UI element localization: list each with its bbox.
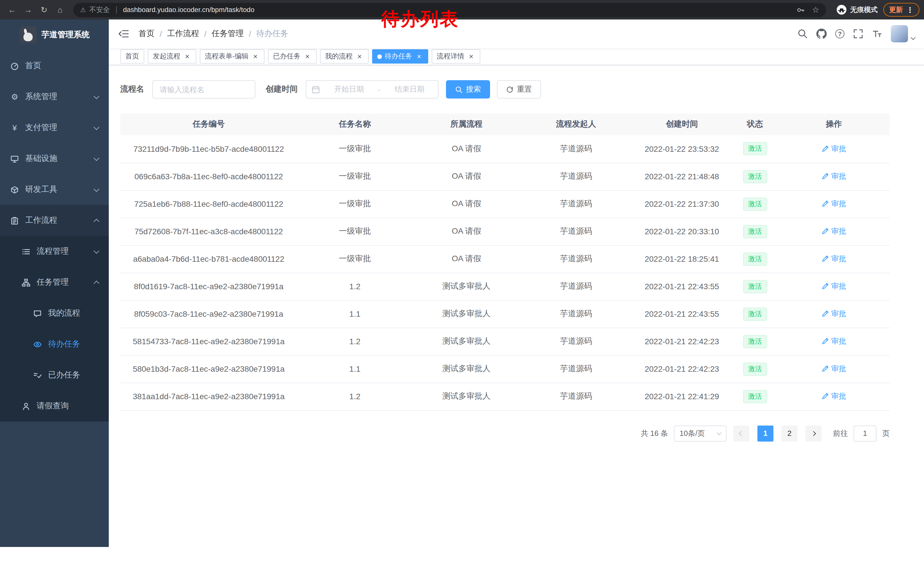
table-row: 73211d9d-7b9b-11ec-b5b7-acde48001122 一级审… xyxy=(120,135,890,163)
table-row: 069c6a63-7b8a-11ec-8ef0-acde48001122 一级审… xyxy=(120,163,890,190)
next-page-button[interactable] xyxy=(806,425,822,441)
browser-menu-icon[interactable]: ⋮ xyxy=(906,6,914,14)
prev-page-button[interactable] xyxy=(734,425,749,441)
approve-label: 审批 xyxy=(831,391,846,401)
edit-icon xyxy=(822,393,829,400)
approve-link[interactable]: 审批 xyxy=(822,309,846,319)
task-name: 1.1 xyxy=(349,364,360,374)
sidebar-item-label: 任务管理 xyxy=(37,277,69,288)
sidebar-item-process-mgmt[interactable]: 流程管理 xyxy=(0,236,109,267)
table-row: 58154733-7ac8-11ec-a9e2-a2380e71991a 1.2… xyxy=(120,327,890,355)
app-title: 芋道管理系统 xyxy=(42,30,90,40)
bookmark-star-icon[interactable]: ☆ xyxy=(812,5,819,14)
column-header-process: 所属流程 xyxy=(412,113,520,135)
sidebar-collapse-icon[interactable] xyxy=(118,28,129,39)
process-initiator: 芋道源码 xyxy=(560,226,592,236)
task-id: 8f059c03-7ac8-11ec-a9e2-a2380e71991a xyxy=(134,309,284,318)
approve-link[interactable]: 审批 xyxy=(822,281,846,291)
sidebar-item-task-mgmt[interactable]: 任务管理 xyxy=(0,267,109,298)
approve-link[interactable]: 审批 xyxy=(822,391,846,401)
sidebar-item-done-tasks[interactable]: 已办任务 xyxy=(0,360,109,390)
approve-label: 审批 xyxy=(831,309,846,319)
created-time: 2022-01-22 21:37:30 xyxy=(645,199,719,209)
sidebar-item-label: 待办任务 xyxy=(48,339,80,349)
process-name: OA 请假 xyxy=(452,199,481,208)
close-icon[interactable]: × xyxy=(251,53,260,60)
approve-label: 审批 xyxy=(831,281,846,291)
help-icon[interactable]: ? xyxy=(835,29,844,38)
approve-link[interactable]: 审批 xyxy=(822,254,846,264)
approve-link[interactable]: 审批 xyxy=(822,226,846,237)
fullscreen-icon[interactable] xyxy=(853,29,863,39)
search-icon[interactable] xyxy=(798,29,808,39)
task-name: 1.1 xyxy=(349,309,360,318)
close-icon[interactable]: × xyxy=(467,53,475,60)
reset-button[interactable]: 重置 xyxy=(497,80,541,99)
tab-process-detail[interactable]: 流程详情 × xyxy=(432,49,480,63)
goto-page-input[interactable] xyxy=(854,425,876,441)
sidebar-item-label: 请假查询 xyxy=(37,401,69,411)
browser-back-button[interactable]: ← xyxy=(4,2,20,17)
approve-link[interactable]: 审批 xyxy=(822,144,846,154)
avatar xyxy=(891,25,908,42)
breadcrumb-separator: / xyxy=(249,29,251,38)
process-name-input[interactable] xyxy=(152,80,255,99)
chevron-down-icon xyxy=(94,186,99,192)
close-icon[interactable]: × xyxy=(356,53,363,60)
tab-my-process[interactable]: 我的流程 × xyxy=(320,49,369,63)
close-icon[interactable]: × xyxy=(415,53,423,60)
active-dot xyxy=(377,54,382,59)
sidebar-item-home[interactable]: 首页 xyxy=(0,50,109,81)
sidebar-item-infra[interactable]: 基础设施 xyxy=(0,143,109,174)
tab-start-process[interactable]: 发起流程 × xyxy=(148,49,196,63)
user-avatar[interactable] xyxy=(891,25,915,42)
table-row: a6aba0a4-7b6d-11ec-b781-acde48001122 一级审… xyxy=(120,245,890,273)
update-button[interactable]: 更新 ⋮ xyxy=(884,3,920,17)
browser-forward-button[interactable]: → xyxy=(21,2,36,17)
github-icon[interactable] xyxy=(816,29,826,39)
logo-image xyxy=(19,26,36,44)
browser-home-button[interactable]: ⌂ xyxy=(52,2,68,17)
approve-link[interactable]: 审批 xyxy=(822,364,846,374)
font-size-icon[interactable] xyxy=(872,29,882,39)
date-range-picker[interactable]: 开始日期 - 结束日期 xyxy=(306,80,438,99)
close-icon[interactable]: × xyxy=(183,53,191,60)
sidebar-item-leave-query[interactable]: 请假查询 xyxy=(0,390,109,422)
browser-reload-button[interactable]: ↻ xyxy=(37,2,51,17)
tab-done-tasks[interactable]: 已办任务 × xyxy=(268,49,316,63)
search-button[interactable]: 搜索 xyxy=(446,80,490,99)
chevron-up-icon xyxy=(94,280,99,286)
approve-link[interactable]: 审批 xyxy=(822,171,846,182)
app-logo[interactable]: 芋道管理系统 xyxy=(0,20,109,50)
page-size-select[interactable]: 10条/页 xyxy=(674,425,726,441)
task-id: 58154733-7ac8-11ec-a9e2-a2380e71991a xyxy=(133,337,285,346)
page-button-1[interactable]: 1 xyxy=(758,425,773,441)
sidebar-item-todo-tasks[interactable]: 待办任务 xyxy=(0,329,109,360)
breadcrumb-workflow[interactable]: 工作流程 xyxy=(167,29,199,39)
search-button-label: 搜索 xyxy=(466,84,481,95)
tab-todo-tasks[interactable]: 待办任务 × xyxy=(372,49,428,63)
column-header-status: 状态 xyxy=(732,113,778,135)
sidebar-item-devtools[interactable]: 研发工具 xyxy=(0,174,109,205)
approve-link[interactable]: 审批 xyxy=(822,199,846,209)
workflow-submenu: 流程管理 任务管理 我的流程 待办任务 xyxy=(0,236,109,422)
approve-link[interactable]: 审批 xyxy=(822,336,846,347)
key-icon[interactable] xyxy=(796,6,805,14)
chevron-down-icon xyxy=(94,93,99,99)
edit-icon xyxy=(822,228,829,235)
page-content: 流程名 创建时间 开始日期 - 结束日期 搜索 重 xyxy=(109,65,924,563)
tab-form-edit[interactable]: 流程表单-编辑 × xyxy=(200,49,264,63)
sidebar-item-system[interactable]: ⚙ 系统管理 xyxy=(0,81,109,112)
gear-icon: ⚙ xyxy=(10,92,19,101)
breadcrumb-home[interactable]: 首页 xyxy=(138,29,154,39)
breadcrumb-task-mgmt[interactable]: 任务管理 xyxy=(212,29,244,39)
sidebar-item-my-process[interactable]: 我的流程 xyxy=(0,298,109,329)
page-button-2[interactable]: 2 xyxy=(782,425,798,441)
chevron-left-icon xyxy=(739,431,744,436)
sidebar-item-workflow[interactable]: 工作流程 xyxy=(0,205,109,236)
close-icon[interactable]: × xyxy=(303,53,311,60)
sidebar-item-label: 工作流程 xyxy=(25,215,57,226)
sidebar-item-payment[interactable]: ¥ 支付管理 xyxy=(0,112,109,143)
chevron-down-icon xyxy=(717,430,722,435)
tab-home[interactable]: 首页 xyxy=(120,49,144,63)
